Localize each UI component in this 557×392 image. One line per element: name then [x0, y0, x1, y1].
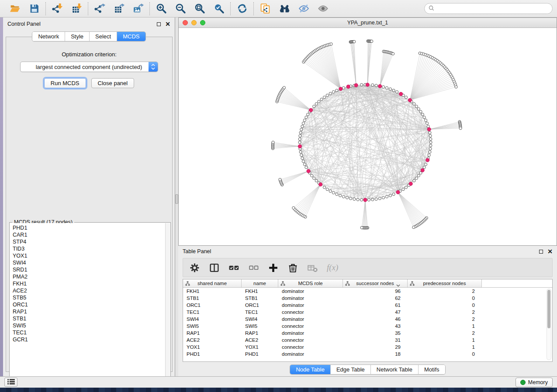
- memory-button[interactable]: Memory: [515, 378, 553, 387]
- cell-mcds_role[interactable]: dominator: [278, 330, 343, 336]
- cell-successor_nodes[interactable]: 43: [343, 323, 408, 329]
- mcds-result-item[interactable]: YOX1: [13, 252, 165, 259]
- mcds-result-item[interactable]: GCR1: [13, 336, 165, 343]
- cell-shared_name[interactable]: TEC1: [183, 309, 242, 315]
- table-row[interactable]: YOX1YOX1connector291: [183, 344, 552, 351]
- mcds-result-item[interactable]: PMA2: [13, 273, 165, 280]
- close-table-panel-icon[interactable]: ✕: [547, 249, 553, 254]
- import-table-icon[interactable]: [70, 3, 83, 15]
- zoom-fit-icon[interactable]: [194, 3, 206, 15]
- mcds-result-item[interactable]: SWI4: [13, 259, 165, 266]
- cell-name[interactable]: FKH1: [242, 289, 278, 294]
- table-tab-node-table[interactable]: Node Table: [290, 365, 331, 374]
- float-panel-icon[interactable]: [157, 22, 161, 26]
- mcds-result-item[interactable]: ORC1: [13, 301, 165, 308]
- cell-name[interactable]: ACE2: [242, 337, 278, 343]
- cell-predecessor_nodes[interactable]: 2: [408, 289, 482, 294]
- cell-predecessor_nodes[interactable]: 1: [408, 337, 482, 343]
- tab-style[interactable]: Style: [65, 32, 90, 41]
- table-row[interactable]: ACE2ACE2connector311: [183, 337, 552, 344]
- mcds-result-list[interactable]: PHD1CAR1STP4TID3YOX1SWI4SRD1PMA2FKH1ACE2…: [10, 223, 165, 382]
- cell-mcds_role[interactable]: dominator: [278, 351, 343, 357]
- binoculars-icon[interactable]: [278, 3, 291, 15]
- cell-predecessor_nodes[interactable]: 0: [408, 303, 482, 308]
- cell-predecessor_nodes[interactable]: 2: [408, 316, 482, 322]
- cell-shared_name[interactable]: STB1: [183, 296, 242, 301]
- table-tab-motifs[interactable]: Motifs: [419, 365, 445, 374]
- task-history-button[interactable]: [4, 378, 17, 387]
- run-mcds-button[interactable]: Run MCDS: [44, 78, 86, 88]
- close-panel-icon[interactable]: ✕: [165, 22, 170, 26]
- select-all-rows-icon[interactable]: [228, 262, 239, 273]
- cell-shared_name[interactable]: YOX1: [183, 344, 242, 350]
- hide-selected-icon[interactable]: [298, 3, 310, 15]
- cell-predecessor_nodes[interactable]: 2: [408, 309, 482, 315]
- zoom-in-icon[interactable]: [155, 3, 167, 15]
- table-scrollbar-thumb[interactable]: [547, 290, 550, 328]
- search-box[interactable]: [424, 3, 553, 14]
- table-row[interactable]: FKH1FKH1dominator962: [183, 288, 552, 295]
- cell-shared_name[interactable]: FKH1: [183, 289, 242, 294]
- cell-successor_nodes[interactable]: 47: [343, 309, 408, 315]
- tab-mcds[interactable]: MCDS: [117, 32, 145, 41]
- cell-mcds_role[interactable]: connector: [278, 344, 343, 350]
- cell-mcds_role[interactable]: connector: [278, 323, 343, 329]
- search-input[interactable]: [436, 6, 548, 12]
- table-row[interactable]: SWI5SWI5connector431: [183, 323, 552, 330]
- cell-successor_nodes[interactable]: 31: [343, 337, 408, 343]
- cell-mcds_role[interactable]: dominator: [278, 289, 343, 294]
- toggle-panes-icon[interactable]: [209, 262, 220, 273]
- close-panel-button[interactable]: Close panel: [91, 78, 135, 88]
- mcds-result-item[interactable]: PHD1: [13, 224, 165, 231]
- cell-name[interactable]: YOX1: [242, 344, 278, 350]
- cell-name[interactable]: STB1: [242, 296, 278, 301]
- mcds-result-item[interactable]: TEC1: [13, 329, 165, 336]
- cell-successor_nodes[interactable]: 35: [343, 330, 408, 336]
- column-header-shared-name[interactable]: shared name: [183, 279, 242, 287]
- cell-predecessor_nodes[interactable]: 2: [408, 330, 482, 336]
- mcds-result-item[interactable]: STB5: [13, 294, 165, 301]
- cell-successor_nodes[interactable]: 61: [343, 303, 408, 308]
- tab-network[interactable]: Network: [32, 32, 65, 41]
- network-graph-canvas[interactable]: [179, 28, 557, 245]
- zoom-selected-icon[interactable]: [213, 3, 225, 15]
- table-row[interactable]: STB1STB1dominator620: [183, 295, 552, 302]
- cell-predecessor_nodes[interactable]: 0: [408, 351, 482, 357]
- mcds-result-item[interactable]: SWI5: [13, 322, 165, 329]
- cell-successor_nodes[interactable]: 29: [343, 344, 408, 350]
- cell-name[interactable]: PHD1: [242, 351, 278, 357]
- cell-shared_name[interactable]: SWI4: [183, 316, 242, 322]
- cell-name[interactable]: SWI5: [242, 323, 278, 329]
- table-row[interactable]: ORC1ORC1dominator610: [183, 302, 552, 309]
- column-header-successor-nodes[interactable]: successor nodes: [343, 279, 408, 287]
- cell-successor_nodes[interactable]: 62: [343, 296, 408, 301]
- cell-predecessor_nodes[interactable]: 1: [408, 323, 482, 329]
- table-row[interactable]: PHD1PHD1dominator180: [183, 351, 552, 358]
- cell-successor_nodes[interactable]: 96: [343, 289, 408, 294]
- mcds-result-item[interactable]: SRD1: [13, 266, 165, 273]
- refresh-layout-icon[interactable]: [236, 3, 248, 15]
- table-row[interactable]: SWI4SWI4dominator462: [183, 316, 552, 323]
- table-row[interactable]: TEC1TEC1connector472: [183, 309, 552, 316]
- cell-mcds_role[interactable]: connector: [278, 337, 343, 343]
- open-file-icon[interactable]: [9, 3, 21, 15]
- mcds-result-item[interactable]: CAR1: [13, 231, 165, 238]
- cell-shared_name[interactable]: PHD1: [183, 351, 242, 357]
- cell-mcds_role[interactable]: dominator: [278, 303, 343, 308]
- float-table-panel-icon[interactable]: [539, 250, 543, 254]
- table-settings-icon[interactable]: [189, 262, 200, 273]
- tab-select[interactable]: Select: [90, 32, 117, 41]
- table-tab-edge-table[interactable]: Edge Table: [331, 365, 371, 374]
- table-row[interactable]: RAP1RAP1dominator352: [183, 330, 552, 337]
- cell-mcds_role[interactable]: dominator: [278, 316, 343, 322]
- cell-mcds_role[interactable]: connector: [278, 309, 343, 315]
- cell-successor_nodes[interactable]: 46: [343, 316, 408, 322]
- mcds-result-item[interactable]: ACE2: [13, 287, 165, 294]
- import-network-icon[interactable]: [51, 3, 63, 15]
- add-column-icon[interactable]: [268, 262, 279, 273]
- column-header-name[interactable]: name: [242, 279, 278, 287]
- cell-predecessor_nodes[interactable]: 1: [408, 344, 482, 350]
- export-network-icon[interactable]: [93, 3, 106, 15]
- cell-mcds_role[interactable]: dominator: [278, 296, 343, 301]
- column-header-predecessor-nodes[interactable]: predecessor nodes: [408, 279, 482, 287]
